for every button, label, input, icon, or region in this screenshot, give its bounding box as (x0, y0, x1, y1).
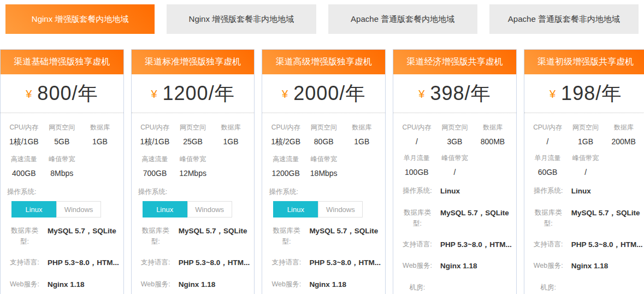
detail-label: 数据库类型: (7, 225, 42, 247)
detail-value: PHP 5.3~8.0，HTM... (435, 239, 512, 251)
detail-row: 支持语言:PHP 5.3~8.0，HTM... (269, 257, 381, 269)
spec-label: CPU/内存 (529, 123, 567, 132)
spec-label: 高速流量 (5, 155, 43, 164)
detail-value: PHP 5.3~8.0，HTM... (173, 257, 250, 269)
spec-grid: CPU/内存/网页空间1GB数据库200MB单月流量60GB峰值带宽/ (524, 113, 644, 179)
spec-item: 峰值带宽8Mbps (43, 155, 81, 178)
tab-apache-normal-nonmainland[interactable]: Apache 普通版套餐非内地地域 (489, 4, 639, 34)
detail-label: Web服务: (400, 260, 435, 271)
spec-item: 高速流量700GB (136, 155, 174, 178)
spec-value: 700GB (136, 169, 174, 178)
os-label: 操作系统: (7, 187, 119, 197)
spec-item: 峰值带宽18Mbps (305, 155, 343, 178)
os-toggle: LinuxWindows (143, 201, 250, 217)
spec-value: 200MB (605, 137, 643, 146)
detail-label: 数据库类型: (138, 225, 173, 247)
os-windows-button[interactable]: Windows (318, 201, 363, 217)
plan-card-title: 渠道经济增强版共享虚机 (393, 50, 516, 74)
os-windows-button[interactable]: Windows (187, 201, 232, 217)
plan-card: 渠道高级增强版独享虚机¥2000/年CPU/内存1核/2GB网页空间80GB数据… (262, 49, 386, 294)
spec-label: 网页空间 (436, 123, 474, 132)
os-toggle: LinuxWindows (273, 201, 381, 217)
spec-value: 8Mbps (43, 169, 81, 178)
detail-label: 数据库类型: (269, 225, 304, 247)
detail-label: 数据库类型: (400, 207, 435, 229)
detail-label: Web服务: (269, 279, 304, 290)
spec-value: / (566, 168, 605, 177)
plan-card-title: 渠道基础增强版独享虚机 (1, 50, 123, 74)
os-linux-button[interactable]: Linux (11, 201, 56, 217)
spec-item: 单月流量100GB (398, 154, 436, 177)
currency-symbol: ¥ (282, 88, 288, 101)
plan-card-title: 渠道高级增强版独享虚机 (262, 50, 385, 74)
spec-grid: CPU/内存/网页空间3GB数据库800MB单月流量100GB峰值带宽/ (393, 113, 516, 179)
os-linux-button[interactable]: Linux (273, 201, 318, 217)
detail-label: 支持语言: (400, 239, 435, 250)
detail-row: 机房: (400, 282, 512, 293)
spec-value: 1200GB (267, 169, 305, 178)
plan-price-row: ¥198/年 (524, 74, 644, 113)
spec-grid: CPU/内存1核/2GB网页空间80GB数据库1GB高速流量1200GB峰值带宽… (262, 113, 385, 180)
detail-value: Nginx 1.18 (304, 279, 381, 291)
spec-value: 1GB (566, 137, 605, 146)
spec-value: 1核/1GB (5, 137, 43, 147)
plan-price-row: ¥2000/年 (262, 74, 385, 113)
spec-value: / (398, 137, 436, 146)
detail-row: 数据库类型:MySQL 5.7，SQLite (531, 207, 643, 229)
detail-value: MySQL 5.7，SQLite (173, 225, 250, 237)
detail-value: PHP 5.3~8.0，HTM... (42, 257, 119, 269)
spec-item (605, 154, 643, 177)
detail-row: Web服务:Nginx 1.18 (7, 279, 119, 291)
plan-price: 1200/年 (163, 80, 235, 107)
spec-value: 18Mbps (305, 169, 343, 178)
spec-item: 数据库800MB (474, 123, 512, 146)
detail-row: 数据库类型:MySQL 5.7，SQLite (138, 225, 250, 247)
spec-label: CPU/内存 (267, 123, 305, 132)
spec-item (474, 154, 512, 177)
spec-value: 1GB (343, 137, 381, 146)
detail-row: 操作系统:Linux (531, 185, 643, 197)
plan-details: 操作系统:LinuxWindows数据库类型:MySQL 5.7，SQLite支… (132, 180, 255, 294)
spec-value: / (436, 168, 474, 177)
spec-item: 网页空间80GB (305, 123, 343, 147)
detail-label: 支持语言: (269, 257, 304, 268)
detail-row: 操作系统:Linux (400, 185, 512, 197)
os-linux-button[interactable]: Linux (143, 201, 187, 217)
spec-value: 60GB (529, 168, 567, 177)
spec-grid: CPU/内存1核/1GB网页空间5GB数据库1GB高速流量400GB峰值带宽8M… (1, 113, 123, 180)
spec-item: CPU/内存1核/2GB (267, 123, 305, 147)
spec-value: 25GB (174, 137, 212, 146)
tab-apache-normal-mainland[interactable]: Apache 普通版套餐内地地域 (328, 4, 477, 34)
spec-label: 峰值带宽 (305, 155, 343, 164)
spec-item: 网页空间1GB (566, 123, 605, 146)
os-windows-button[interactable]: Windows (56, 201, 101, 217)
spec-value: / (529, 137, 567, 146)
detail-row: 数据库类型:MySQL 5.7，SQLite (400, 207, 512, 229)
spec-item: CPU/内存1核/1GB (5, 123, 43, 147)
plan-details: 操作系统:LinuxWindows数据库类型:MySQL 5.7，SQLite支… (262, 180, 385, 294)
spec-label: 高速流量 (136, 155, 174, 164)
spec-value: 80GB (305, 137, 343, 146)
spec-value: 400GB (5, 169, 43, 178)
spec-item: 单月流量60GB (529, 154, 567, 177)
spec-label: 单月流量 (529, 154, 567, 163)
spec-label: 峰值带宽 (566, 154, 605, 163)
currency-symbol: ¥ (418, 88, 424, 101)
os-toggle: LinuxWindows (11, 201, 119, 217)
detail-label: Web服务: (531, 260, 566, 271)
tab-nginx-enhanced-mainland[interactable]: Nginx 增强版套餐内地地域 (5, 4, 155, 34)
tab-nginx-enhanced-nonmainland[interactable]: Nginx 增强版套餐非内地地域 (167, 4, 316, 34)
spec-item: 峰值带宽/ (436, 154, 474, 177)
detail-row: Web服务:Nginx 1.18 (531, 260, 643, 272)
spec-item: 峰值带宽12Mbps (174, 155, 212, 178)
spec-label: 网页空间 (43, 123, 81, 132)
currency-symbol: ¥ (26, 88, 32, 101)
plan-price: 800/年 (37, 80, 98, 107)
detail-label: 数据库类型: (531, 207, 566, 229)
plan-price: 2000/年 (293, 80, 365, 107)
detail-row: Web服务:Nginx 1.18 (400, 260, 512, 272)
detail-value: MySQL 5.7，SQLite (42, 225, 119, 237)
spec-value: 5GB (43, 137, 81, 146)
detail-value: MySQL 5.7，SQLite (566, 207, 643, 219)
spec-item: 数据库200MB (605, 123, 643, 146)
